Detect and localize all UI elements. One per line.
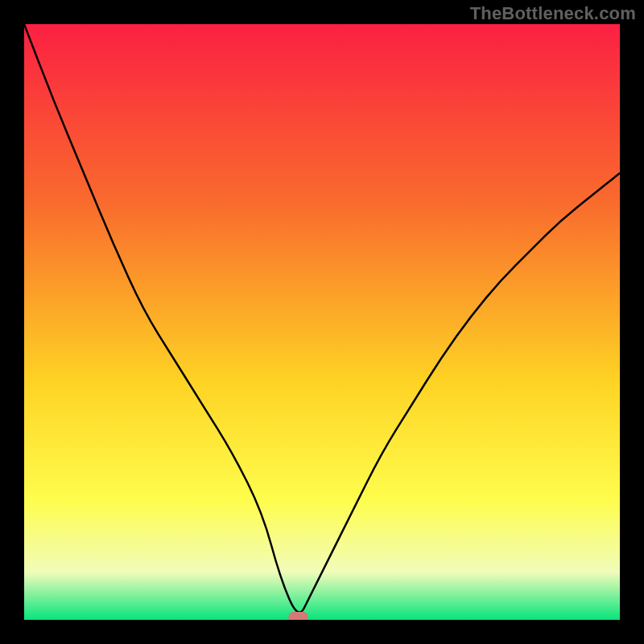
chart-svg xyxy=(24,24,620,620)
plot-area xyxy=(24,24,620,620)
optimum-marker xyxy=(288,612,308,620)
chart-frame: TheBottleneck.com xyxy=(0,0,644,644)
gradient-rect xyxy=(24,24,620,620)
attribution-label: TheBottleneck.com xyxy=(470,3,636,24)
